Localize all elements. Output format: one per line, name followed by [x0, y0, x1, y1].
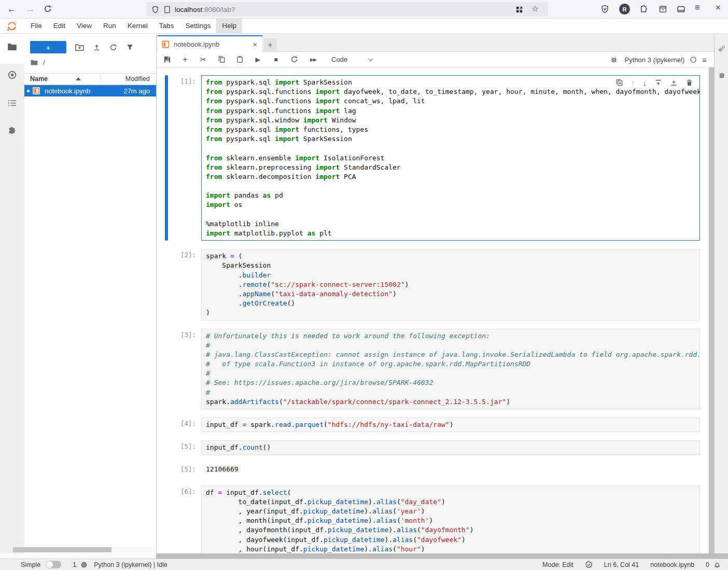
- tab-title[interactable]: notebook.ipynb: [174, 40, 219, 48]
- cell-editor[interactable]: spark = ( SparkSession .builder .remote(…: [201, 249, 700, 320]
- kernel-status-icon[interactable]: [690, 56, 697, 63]
- extension-icon[interactable]: [639, 5, 648, 13]
- avatar[interactable]: R: [619, 4, 630, 15]
- debugger-bug-icon[interactable]: [610, 56, 618, 63]
- kernel-count[interactable]: 1: [73, 561, 76, 568]
- run-icon[interactable]: ▶: [252, 56, 263, 63]
- back-icon[interactable]: ←: [7, 4, 16, 15]
- stop-icon[interactable]: ■: [270, 56, 282, 63]
- sidebar-icon[interactable]: [677, 5, 685, 13]
- upload-icon[interactable]: [93, 44, 101, 51]
- menu-view[interactable]: View: [71, 19, 97, 33]
- bell-icon[interactable]: [713, 561, 721, 568]
- insert-below-icon[interactable]: [670, 79, 678, 87]
- menu-tabs[interactable]: Tabs: [153, 19, 180, 33]
- menu-edit[interactable]: Edit: [48, 19, 71, 33]
- forward-icon[interactable]: →: [26, 4, 35, 15]
- cell-collapser[interactable]: [165, 249, 168, 320]
- cell-editor[interactable]: # Unfortunately this is needed to work a…: [201, 329, 700, 410]
- mode-indicator: Mode: Edit: [542, 561, 573, 568]
- file-modified: 27m ago: [123, 87, 150, 95]
- folder-icon[interactable]: [7, 43, 17, 51]
- new-folder-icon[interactable]: [75, 44, 84, 51]
- breadcrumb-root[interactable]: /: [43, 59, 45, 66]
- refresh-icon[interactable]: [109, 44, 117, 51]
- col-name[interactable]: Name: [30, 75, 48, 82]
- duplicate-cell-icon[interactable]: [615, 79, 623, 87]
- move-up-icon[interactable]: ↑: [631, 78, 635, 87]
- code-line: from pyspark.sql.window import Window: [206, 116, 695, 125]
- puzzle-icon[interactable]: [7, 126, 17, 135]
- shield-check-icon[interactable]: [585, 561, 593, 568]
- restart-run-all-icon[interactable]: ▶▶: [306, 57, 320, 62]
- save-icon[interactable]: [161, 55, 173, 63]
- page-icon[interactable]: [164, 6, 171, 13]
- tab-close-icon[interactable]: ×: [253, 40, 257, 49]
- menu-file[interactable]: File: [25, 19, 48, 33]
- file-browser-hscrollbar[interactable]: [24, 547, 156, 552]
- cell-collapser[interactable]: [165, 329, 168, 410]
- cell-collapser[interactable]: [165, 440, 168, 455]
- kernel-status-text[interactable]: Python 3 (ipykernel) | Idle: [94, 561, 167, 568]
- protections-shield-icon[interactable]: [600, 5, 609, 13]
- scrollbar-thumb[interactable]: [13, 547, 111, 552]
- breadcrumb[interactable]: /: [30, 59, 45, 66]
- add-cell-icon[interactable]: +: [179, 54, 191, 65]
- reload-icon[interactable]: [44, 5, 52, 13]
- filter-icon[interactable]: [126, 44, 134, 51]
- move-down-icon[interactable]: ↓: [643, 78, 647, 87]
- tab-notebook[interactable]: notebook.ipynb ×: [158, 35, 262, 52]
- sort-caret-icon[interactable]: [76, 77, 81, 80]
- toolbar-menu-icon[interactable]: ≡: [702, 55, 707, 64]
- debugger-sidebar-bug-icon[interactable]: [718, 72, 725, 79]
- file-name[interactable]: notebook.ipynb: [45, 87, 90, 95]
- col-modified[interactable]: Modified: [125, 75, 150, 82]
- paste-icon[interactable]: [234, 55, 245, 63]
- folder-home-icon[interactable]: [30, 59, 38, 66]
- code-line: from pyspark.sql import SparkSession: [206, 134, 695, 144]
- menu-run[interactable]: Run: [97, 19, 122, 33]
- property-inspector-gears-icon[interactable]: [718, 45, 725, 52]
- add-tab-button[interactable]: +: [263, 38, 277, 52]
- unsaved-dot: [27, 90, 30, 92]
- shield-icon[interactable]: [151, 6, 159, 13]
- cell-collapser[interactable]: [165, 75, 168, 241]
- screenshot-grid-icon[interactable]: [515, 6, 523, 13]
- left-activity-bar: [0, 34, 24, 553]
- cell-editor[interactable]: df = input_df.select( to_date(input_df.p…: [201, 485, 700, 553]
- notebook-hscrollbar-thumb[interactable]: [156, 553, 728, 559]
- hamburger-icon[interactable]: ≡: [695, 3, 700, 13]
- notebook-vscrollbar-thumb[interactable]: [709, 67, 714, 553]
- cell-editor[interactable]: from pyspark.sql import SparkSessionfrom…: [201, 75, 700, 241]
- copy-icon[interactable]: [216, 55, 227, 63]
- simple-mode-toggle[interactable]: [46, 561, 61, 568]
- file-row[interactable]: notebook.ipynb 27m ago: [24, 85, 156, 96]
- star-icon[interactable]: ☆: [531, 4, 539, 13]
- code-cell: [6]:df = input_df.select( to_date(input_…: [165, 485, 700, 553]
- close-icon[interactable]: ×: [716, 3, 720, 12]
- cursor-position[interactable]: Ln 6, Col 41: [604, 561, 639, 568]
- running-kernels-icon[interactable]: [7, 70, 17, 80]
- menu-settings[interactable]: Settings: [179, 19, 216, 33]
- menu-kernel[interactable]: Kernel: [122, 19, 153, 33]
- statusbar-filename[interactable]: notebook.ipynb: [650, 561, 694, 568]
- kernel-name[interactable]: Python 3 (ipykernel): [625, 56, 685, 64]
- insert-above-icon[interactable]: [654, 79, 662, 87]
- cell-editor[interactable]: input_df.count(): [201, 440, 700, 455]
- cell-type-dropdown[interactable]: Code: [329, 54, 375, 65]
- toc-icon[interactable]: [7, 99, 17, 107]
- cell-collapser[interactable]: [165, 418, 168, 432]
- cell-collapser[interactable]: [165, 485, 168, 553]
- notebook-scroll-area[interactable]: [1]:from pyspark.sql import SparkSession…: [157, 67, 714, 553]
- url-bar[interactable]: localhost:8080/lab? ☆: [146, 2, 548, 17]
- cell-collapser[interactable]: [165, 463, 168, 477]
- cell-editor[interactable]: input_df = spark.read.parquet("hdfs://hd…: [201, 418, 700, 432]
- archive-box-icon[interactable]: [659, 5, 667, 13]
- menu-help[interactable]: Help: [216, 19, 242, 33]
- code-line: # Unfortunately this is needed to work a…: [206, 331, 695, 341]
- cut-icon[interactable]: ✂: [198, 55, 209, 64]
- new-launcher-button[interactable]: +: [30, 41, 66, 53]
- url-text[interactable]: localhost:8080/lab?: [175, 6, 235, 13]
- restart-kernel-icon[interactable]: [288, 55, 300, 63]
- trash-icon[interactable]: [685, 79, 693, 87]
